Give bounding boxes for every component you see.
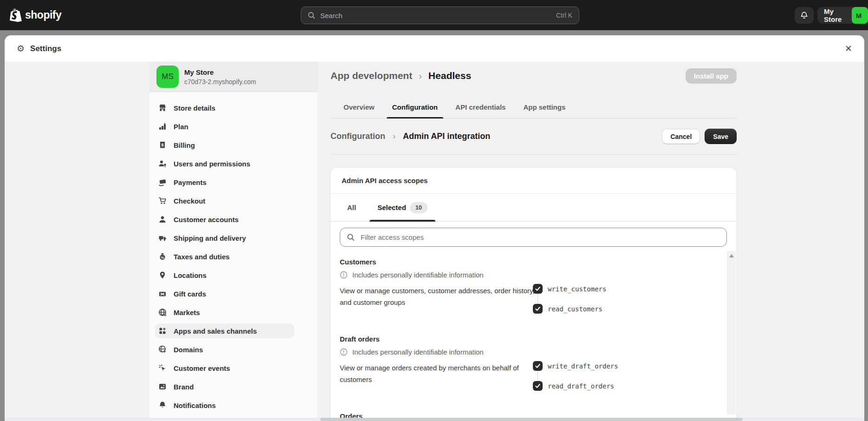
users-icon: [158, 159, 167, 168]
sidebar-item-customer-events[interactable]: Customer events: [155, 361, 294, 375]
checkbox-write_draft_orders[interactable]: [533, 361, 543, 371]
bell-icon: [800, 11, 809, 20]
selected-count-badge: 10: [410, 202, 428, 213]
checkbox-read_draft_orders[interactable]: [533, 381, 543, 391]
subnav-title: Admin API integration: [403, 132, 490, 141]
sidebar-store-avatar: MS: [156, 66, 179, 88]
filter-placeholder: Filter access scopes: [361, 233, 424, 241]
sidebar-item-label: Customer events: [174, 364, 230, 372]
horizontal-scrollbar-thumb[interactable]: [320, 418, 743, 421]
payments-icon: [158, 178, 167, 187]
pii-note-text: Includes personally identifiable informa…: [352, 271, 484, 279]
sidebar-store-domain: c70d73-2.myshopify.com: [184, 78, 256, 86]
sidebar-item-checkout[interactable]: Checkout: [155, 193, 294, 208]
markets-icon: $: [158, 308, 167, 317]
sidebar-item-gift-cards[interactable]: Gift cards: [155, 286, 294, 301]
breadcrumb-app-development[interactable]: App development: [330, 70, 412, 81]
sidebar-item-store-details[interactable]: Store details: [155, 100, 294, 115]
close-icon[interactable]: ✕: [843, 42, 854, 55]
search-placeholder: Search: [320, 12, 556, 20]
sidebar-item-locations[interactable]: Locations: [155, 268, 294, 283]
scope-checkbox-group: write_draft_ordersread_draft_orders: [533, 361, 709, 401]
sidebar-item-apps-and-sales-channels[interactable]: Apps and sales channels: [155, 323, 294, 338]
connector-line: [538, 294, 538, 304]
sidebar-item-label: Shipping and delivery: [174, 234, 246, 242]
sidebar-item-domains[interactable]: Domains: [155, 342, 294, 357]
scope-row: write_customers: [533, 284, 709, 294]
main-panel: App development › Headless Install app O…: [317, 62, 864, 421]
sidebar-item-label: Locations: [174, 271, 207, 279]
screen: shopify Search Ctrl K My Store M ⚙ Setti…: [0, 0, 868, 421]
section-description: View or manage customers, customer addre…: [340, 285, 546, 308]
tab-api-credentials[interactable]: API credentials: [450, 103, 511, 118]
settings-title: Settings: [30, 44, 61, 53]
access-scopes-card: Admin API access scopes AllSelected10 Fi…: [330, 168, 737, 421]
tab-configuration[interactable]: Configuration: [387, 103, 443, 118]
settings-body: MS My Store c70d73-2.myshopify.com Store…: [5, 62, 864, 421]
sidebar-item-customer-accounts[interactable]: Customer accounts: [155, 212, 294, 227]
notifications-button[interactable]: [795, 7, 814, 24]
logo-wordmark: shopify: [25, 9, 61, 21]
svg-text:%: %: [161, 256, 164, 260]
section-heading: Customers: [340, 258, 718, 266]
sidebar-item-label: Notifications: [174, 401, 216, 409]
scope-row: read_customers: [533, 304, 709, 314]
brand-icon: [158, 382, 167, 391]
page-header: App development › Headless Install app: [330, 62, 737, 86]
global-search-input[interactable]: Search Ctrl K: [301, 7, 579, 24]
scope-checkbox-group: write_customersread_customers: [533, 284, 709, 324]
sidebar-item-markets[interactable]: $Markets: [155, 305, 294, 320]
sidebar-item-payments[interactable]: Payments: [155, 175, 294, 190]
scope-row: write_draft_orders: [533, 361, 709, 371]
checkbox-read_customers[interactable]: [533, 304, 543, 314]
pii-note: Includes personally identifiable informa…: [340, 271, 718, 279]
sidebar-item-shipping-and-delivery[interactable]: Shipping and delivery: [155, 230, 294, 245]
sidebar-item-notifications[interactable]: Notifications: [155, 398, 294, 413]
sidebar-item-label: Payments: [174, 178, 207, 186]
scope-section-orders: Orders: [340, 401, 718, 420]
gift-icon: [158, 289, 167, 298]
scope-tab-selected[interactable]: Selected10: [369, 194, 435, 221]
pii-note: Includes personally identifiable informa…: [340, 348, 718, 356]
sidebar-item-billing[interactable]: $Billing: [155, 138, 294, 152]
settings-sidebar: MS My Store c70d73-2.myshopify.com Store…: [149, 62, 317, 421]
sidebar-item-brand[interactable]: Brand: [155, 379, 294, 394]
store-icon: [158, 103, 167, 112]
sidebar-store-name: My Store: [184, 68, 256, 76]
topbar: shopify Search Ctrl K My Store M: [0, 0, 868, 30]
pin-icon: [158, 270, 167, 280]
scroll-up-arrow-icon: [729, 254, 734, 257]
sidebar-item-label: Customer accounts: [174, 216, 239, 224]
scope-sections: CustomersIncludes personally identifiabl…: [330, 247, 737, 421]
shopify-logo[interactable]: shopify: [9, 8, 61, 22]
truck-icon: [158, 233, 167, 243]
sidebar-item-users-and-permissions[interactable]: Users and permissions: [155, 156, 294, 171]
info-icon: [340, 271, 348, 279]
sidebar-item-label: Checkout: [174, 197, 205, 205]
filter-scopes-input[interactable]: Filter access scopes: [340, 228, 727, 247]
save-button[interactable]: Save: [705, 129, 737, 144]
sidebar-item-plan[interactable]: Plan: [155, 119, 294, 134]
settings-modal: ⚙ Settings ✕ MS My Store c70d73-2.myshop…: [5, 35, 864, 421]
tab-overview[interactable]: Overview: [338, 103, 380, 118]
sidebar-store-header[interactable]: MS My Store c70d73-2.myshopify.com: [149, 62, 317, 92]
info-icon: [340, 348, 348, 356]
store-avatar: M: [852, 7, 868, 24]
scope-tab-label: All: [347, 204, 356, 211]
breadcrumb-configuration[interactable]: Configuration: [330, 132, 385, 141]
scope-tab-all[interactable]: All: [339, 194, 364, 221]
sidebar-item-label: Domains: [174, 346, 203, 354]
vertical-scrollbar[interactable]: [727, 251, 736, 414]
checkbox-write_customers[interactable]: [533, 284, 543, 294]
tab-app-settings[interactable]: App settings: [518, 103, 571, 118]
store-menu-button[interactable]: My Store M: [817, 7, 868, 24]
install-app-button[interactable]: Install app: [686, 68, 737, 84]
checkout-icon: [158, 196, 167, 205]
chevron-right-icon: ›: [393, 132, 395, 141]
settings-nav: Store detailsPlan$BillingUsers and permi…: [149, 92, 317, 421]
horizontal-scrollbar[interactable]: [5, 418, 864, 421]
svg-text:$: $: [161, 143, 163, 147]
sidebar-item-label: Markets: [174, 309, 200, 316]
sidebar-item-taxes-and-duties[interactable]: %Taxes and duties: [155, 249, 294, 264]
cancel-button[interactable]: Cancel: [662, 129, 700, 144]
